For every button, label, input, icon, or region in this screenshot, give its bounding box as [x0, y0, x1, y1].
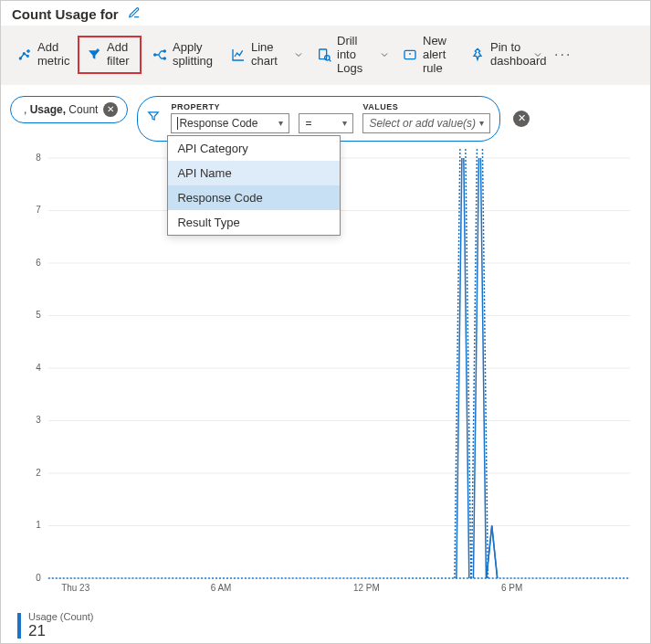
svg-text:0: 0: [36, 573, 41, 583]
alert-icon: [403, 48, 417, 62]
logs-icon: [317, 48, 331, 62]
property-option[interactable]: Response Code: [168, 185, 340, 210]
filter-pill-icon: [147, 110, 160, 125]
add-filter-button[interactable]: Add filter: [78, 36, 142, 74]
metric-pill[interactable]: , Usage, Count ✕: [10, 96, 128, 123]
svg-text:6 AM: 6 AM: [211, 583, 232, 593]
svg-text:6: 6: [36, 258, 41, 268]
svg-text:5: 5: [36, 310, 41, 320]
pin-dropdown[interactable]: [530, 49, 545, 60]
pin-icon: [470, 48, 485, 62]
svg-text:7: 7: [36, 205, 41, 215]
filter-row: , Usage, Count ✕ PROPERTY Response Code …: [1, 85, 650, 145]
values-label: VALUES: [362, 102, 490, 111]
svg-text:2: 2: [36, 468, 41, 478]
svg-point-3: [154, 54, 156, 56]
svg-text:3: 3: [36, 415, 41, 425]
svg-point-5: [163, 58, 165, 59]
svg-text:Thu 23: Thu 23: [61, 583, 89, 593]
values-select[interactable]: Select or add value(s) ▾: [362, 113, 490, 133]
svg-rect-6: [320, 49, 327, 59]
legend-color-swatch: [17, 613, 21, 639]
legend-series-value: 21: [28, 622, 94, 640]
toolbar: Add metric Add filter Apply splitting Li…: [1, 26, 650, 85]
svg-text:1: 1: [36, 520, 41, 530]
pin-dashboard-button[interactable]: Pin to dashboard: [463, 37, 527, 72]
property-label: PROPERTY: [171, 102, 289, 111]
apply-splitting-button[interactable]: Apply splitting: [145, 37, 209, 72]
property-dropdown: API CategoryAPI NameResponse CodeResult …: [167, 135, 341, 236]
remove-filter-icon[interactable]: ✕: [513, 111, 530, 127]
drill-logs-dropdown[interactable]: [377, 49, 392, 60]
property-select[interactable]: Response Code ▾: [171, 113, 289, 133]
chevron-down-icon: ▾: [278, 118, 283, 128]
filter-icon: [87, 48, 101, 62]
chart-type-dropdown[interactable]: [291, 49, 306, 60]
property-option[interactable]: API Category: [168, 136, 340, 161]
property-option[interactable]: Result Type: [168, 210, 340, 235]
add-metric-icon: [17, 48, 32, 62]
svg-text:6 PM: 6 PM: [501, 583, 522, 593]
filter-pill: PROPERTY Response Code ▾ = ▾ VALUES Sele…: [137, 96, 500, 142]
property-option[interactable]: API Name: [168, 161, 340, 185]
more-button[interactable]: ···: [549, 47, 577, 63]
legend: Usage (Count) 21: [1, 606, 650, 644]
remove-metric-icon[interactable]: ✕: [103, 102, 118, 117]
line-chart-button[interactable]: Line chart: [224, 37, 288, 72]
edit-title-icon[interactable]: [128, 6, 141, 22]
svg-text:12 PM: 12 PM: [353, 583, 380, 593]
chevron-down-icon: ▾: [479, 118, 484, 128]
metric-pill-text: , Usage, Count: [24, 103, 98, 116]
drill-logs-button[interactable]: Drill into Logs: [310, 31, 373, 79]
svg-point-4: [163, 50, 165, 52]
chevron-down-icon: ▾: [342, 118, 347, 128]
add-metric-button[interactable]: Add metric: [10, 37, 74, 72]
split-icon: [152, 48, 167, 62]
svg-text:8: 8: [36, 153, 41, 163]
chart-header: Count Usage for: [1, 1, 650, 26]
chart-title: Count Usage for: [12, 6, 119, 22]
new-alert-button[interactable]: New alert rule: [395, 31, 459, 79]
legend-series-name: Usage (Count): [28, 611, 94, 622]
line-chart-icon: [231, 48, 246, 62]
operator-select[interactable]: = ▾: [299, 113, 353, 133]
svg-text:4: 4: [36, 363, 41, 373]
